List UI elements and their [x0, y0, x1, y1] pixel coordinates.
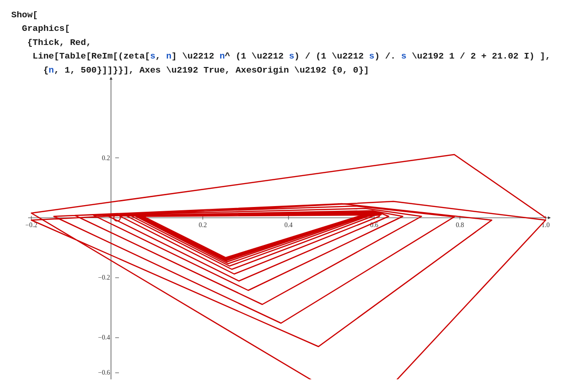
code-line-4: Line[Table[ReIm[(zeta[s, n] \u2212 n^ (1…	[11, 50, 551, 63]
y-label-neg06: −0.6	[98, 369, 110, 376]
y-axis-arrow	[110, 77, 112, 80]
code-block: Show[ Graphics[ {Thick, Red, Line[Table[…	[0, 0, 562, 81]
y-label-neg02: −0.2	[98, 274, 110, 281]
y-label-02: 0.2	[102, 155, 111, 162]
x-axis-arrow	[548, 216, 551, 219]
graph-svg: −0.2 0.2 0.4 0.6 0.8 1.0 0.2 −0.2 −0.4 −…	[0, 75, 562, 392]
x-label-04: 0.4	[284, 222, 293, 229]
code-line-2: Graphics[	[11, 22, 551, 36]
zeta-curve	[31, 155, 546, 392]
x-label-08: 0.8	[456, 222, 464, 229]
y-label-neg04: −0.4	[98, 334, 110, 341]
zeta-curve-group	[31, 155, 546, 392]
code-line-3: {Thick, Red,	[11, 36, 551, 50]
graph-container: −0.2 0.2 0.4 0.6 0.8 1.0 0.2 −0.2 −0.4 −…	[0, 75, 562, 392]
x-label-02: 0.2	[199, 222, 207, 229]
code-line-1: Show[	[11, 8, 551, 22]
